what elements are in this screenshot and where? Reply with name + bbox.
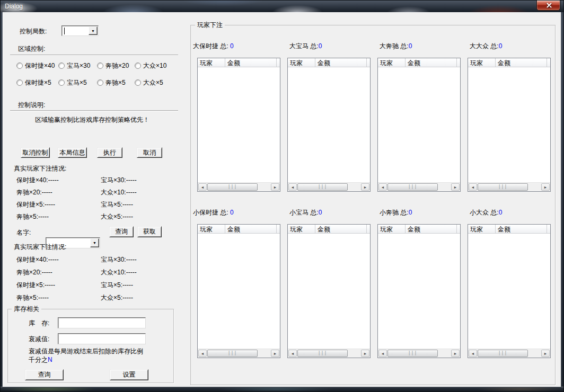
- scrollbar-thumb[interactable]: |||: [478, 183, 528, 191]
- decay-note-prefix: 千分之: [29, 356, 48, 363]
- radio-option-porsche-5[interactable]: 保时捷×5: [16, 79, 58, 86]
- title-bar[interactable]: Dialog: [1, 1, 563, 12]
- chevron-down-icon[interactable]: ▼: [89, 26, 98, 35]
- scroll-right-icon[interactable]: ►: [451, 183, 460, 191]
- table-title-text: 小大众 总:: [470, 209, 499, 216]
- h-scrollbar[interactable]: ◄|||►: [288, 349, 370, 358]
- radio-icon[interactable]: [97, 63, 103, 69]
- scroll-right-icon[interactable]: ►: [271, 350, 279, 357]
- radio-option-bmw-5[interactable]: 宝马×5: [58, 79, 97, 86]
- h-scrollbar[interactable]: ◄|||►: [378, 182, 460, 191]
- scroll-left-icon[interactable]: ◄: [198, 183, 207, 191]
- radio-label: 大众×5: [143, 78, 163, 87]
- table-body[interactable]: [378, 67, 460, 182]
- h-scrollbar[interactable]: ◄|||►: [378, 349, 460, 358]
- scroll-right-icon[interactable]: ►: [361, 183, 369, 191]
- scrollbar-thumb[interactable]: |||: [387, 350, 438, 357]
- scroll-right-icon[interactable]: ►: [541, 350, 550, 357]
- h-scrollbar[interactable]: ◄|||►: [198, 349, 280, 358]
- column-header-player[interactable]: 玩家: [468, 225, 496, 233]
- scroll-left-icon[interactable]: ◄: [288, 183, 297, 191]
- column-header-player[interactable]: 玩家: [198, 225, 225, 233]
- radio-option-benz-20[interactable]: 奔驰×20: [97, 62, 135, 69]
- radio-icon[interactable]: [97, 79, 103, 86]
- radio-icon[interactable]: [16, 79, 23, 86]
- table-body[interactable]: [468, 234, 550, 349]
- radio-icon[interactable]: [135, 79, 141, 86]
- column-header-player[interactable]: 玩家: [198, 58, 225, 67]
- radio-option-vw-5[interactable]: 大众×5: [135, 79, 181, 86]
- radio-icon[interactable]: [16, 63, 23, 69]
- scroll-left-icon[interactable]: ◄: [378, 350, 387, 357]
- table-body[interactable]: [198, 234, 280, 349]
- scroll-left-icon[interactable]: ◄: [198, 350, 207, 357]
- scrollbar-thumb[interactable]: |||: [207, 183, 258, 191]
- control-note-label: 控制说明:: [18, 101, 45, 109]
- radio-label: 保时捷×40: [25, 61, 55, 70]
- decay-input[interactable]: [58, 333, 146, 344]
- radio-option-vw-10[interactable]: 大众×10: [135, 62, 181, 69]
- column-header-player[interactable]: 玩家: [288, 58, 315, 67]
- column-header-player[interactable]: 玩家: [378, 225, 406, 233]
- bet-value-label: 奔驰×20:-----: [16, 269, 101, 281]
- scroll-left-icon[interactable]: ◄: [288, 350, 297, 357]
- stock-group-title: 库存相关: [12, 305, 41, 313]
- control-rounds-combobox[interactable]: ▼: [61, 25, 99, 36]
- chevron-down-icon[interactable]: ▼: [90, 238, 99, 247]
- radio-icon[interactable]: [58, 63, 65, 69]
- cancel-button[interactable]: 取消: [137, 147, 162, 158]
- table-body[interactable]: [198, 67, 280, 182]
- close-button[interactable]: [536, 1, 560, 11]
- scroll-right-icon[interactable]: ►: [541, 183, 550, 191]
- bet-value-label: 保时捷×5:-----: [16, 281, 101, 294]
- fetch-button[interactable]: 获取: [137, 226, 162, 237]
- h-scrollbar[interactable]: ◄|||►: [468, 182, 550, 191]
- radio-icon[interactable]: [58, 79, 65, 86]
- execute-button[interactable]: 执行: [97, 147, 122, 158]
- radio-option-benz-5[interactable]: 奔驰×5: [97, 79, 135, 86]
- scrollbar-thumb[interactable]: |||: [297, 183, 348, 191]
- scrollbar-thumb[interactable]: |||: [207, 350, 258, 357]
- column-header-player[interactable]: 玩家: [378, 58, 406, 67]
- column-header-player[interactable]: 玩家: [468, 58, 496, 67]
- scroll-right-icon[interactable]: ►: [451, 350, 460, 357]
- scroll-right-icon[interactable]: ►: [271, 183, 279, 191]
- h-scrollbar[interactable]: ◄|||►: [468, 349, 550, 358]
- h-scrollbar[interactable]: ◄|||►: [288, 182, 370, 191]
- stock-input[interactable]: [58, 317, 146, 328]
- table-body[interactable]: [288, 234, 370, 349]
- radio-icon[interactable]: [135, 63, 141, 69]
- query-button[interactable]: 查询: [109, 226, 134, 237]
- area-control-label: 区域控制:: [18, 45, 45, 52]
- scroll-right-icon[interactable]: ►: [361, 350, 369, 357]
- stock-set-button[interactable]: 设置: [110, 369, 148, 380]
- dialog-window: Dialog 控制局数: ▼ 区域控制: 保时捷×40 宝马×30 奔驰×20 …: [0, 0, 564, 392]
- scroll-left-icon[interactable]: ◄: [378, 183, 387, 191]
- control-rounds-input[interactable]: [63, 27, 87, 34]
- stock-query-button[interactable]: 查询: [25, 369, 64, 380]
- column-header-amount[interactable]: 金额: [496, 58, 547, 67]
- table-body[interactable]: [288, 67, 370, 182]
- column-header-amount[interactable]: 金额: [315, 58, 367, 67]
- column-header-amount[interactable]: 金额: [315, 225, 367, 233]
- cancel-control-button[interactable]: 取消控制: [21, 147, 50, 158]
- column-header-amount[interactable]: 金额: [225, 225, 277, 233]
- scroll-left-icon[interactable]: ◄: [469, 183, 477, 191]
- table-body[interactable]: [468, 67, 550, 182]
- column-header-amount[interactable]: 金额: [406, 225, 457, 233]
- radio-option-bmw-30[interactable]: 宝马×30: [58, 62, 97, 69]
- radio-option-porsche-40[interactable]: 保时捷×40: [16, 62, 58, 69]
- column-header-amount[interactable]: 金额: [225, 58, 277, 67]
- round-info-button[interactable]: 本局信息: [58, 147, 87, 158]
- scrollbar-thumb[interactable]: |||: [297, 350, 348, 357]
- table-total-label: 小宝马 总:0: [289, 209, 322, 216]
- control-rounds-label: 控制局数:: [20, 28, 47, 35]
- scroll-left-icon[interactable]: ◄: [469, 350, 477, 357]
- h-scrollbar[interactable]: ◄|||►: [198, 182, 280, 191]
- column-header-amount[interactable]: 金额: [496, 225, 547, 233]
- column-header-amount[interactable]: 金额: [406, 58, 457, 67]
- column-header-player[interactable]: 玩家: [288, 225, 315, 233]
- scrollbar-thumb[interactable]: |||: [387, 183, 438, 191]
- table-body[interactable]: [378, 234, 460, 349]
- scrollbar-thumb[interactable]: |||: [478, 350, 528, 357]
